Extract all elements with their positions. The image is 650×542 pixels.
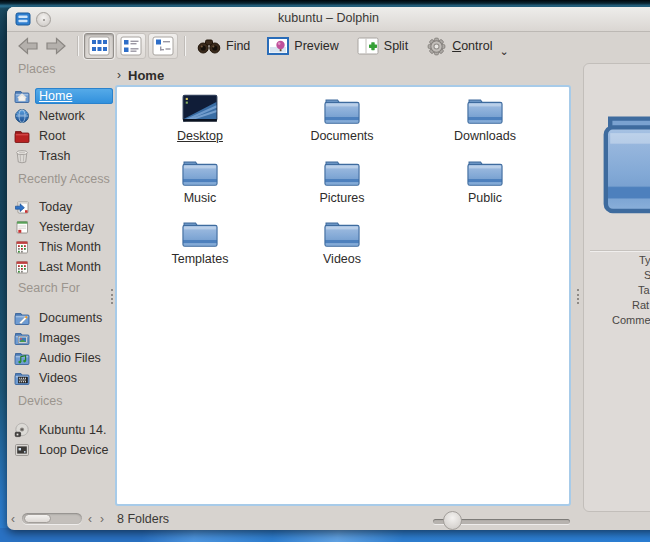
breadcrumb-chevron-icon[interactable]: › <box>117 68 121 82</box>
folder-icon <box>181 155 219 188</box>
sidebar-item-root[interactable]: Root <box>14 126 113 146</box>
details-view-button[interactable] <box>116 33 146 59</box>
sidebar-scrollbar[interactable]: ‹ ‹ › <box>11 512 113 526</box>
folder-preview-icon <box>599 90 650 222</box>
chevron-down-icon: ⌄ <box>499 45 508 58</box>
info-field-label-comment: Comme <box>612 314 650 326</box>
control-button[interactable]: Control ⌄ <box>426 33 509 59</box>
zoom-slider-handle[interactable] <box>443 511 462 530</box>
section-header-places: Places <box>18 62 56 78</box>
folder-item-desktop[interactable]: Desktop <box>140 93 260 143</box>
info-field-label-rating: Rat <box>632 299 649 311</box>
folder-item-documents[interactable]: Documents <box>282 93 402 143</box>
sidebar-item-loop-device[interactable]: Loop Device <box>14 440 113 460</box>
folder-red-icon <box>14 128 30 144</box>
find-label: Find <box>226 39 250 53</box>
sidebar-item-this-month[interactable]: This Month <box>14 237 113 257</box>
sidebar-item-last-month[interactable]: Last Month <box>14 257 113 277</box>
toolbar-separator <box>184 36 185 56</box>
folder-item-pictures[interactable]: Pictures <box>282 155 402 205</box>
folder-images-icon <box>14 330 30 346</box>
drive-icon <box>14 442 30 458</box>
gear-icon <box>426 36 447 57</box>
scroll-left-icon[interactable]: ‹ <box>11 512 15 526</box>
tree-view-icon <box>152 36 174 56</box>
folder-videos-icon <box>14 370 30 386</box>
forward-button[interactable] <box>43 34 68 58</box>
folder-view[interactable]: Desktop Documents Downloads Music Pictur… <box>115 85 571 506</box>
forward-arrow-icon <box>45 36 67 56</box>
sidebar-item-audio-files[interactable]: Audio Files <box>14 348 113 368</box>
info-field-label-tags: Ta <box>638 284 650 296</box>
back-button[interactable] <box>15 34 40 58</box>
desktop-icon <box>181 93 219 126</box>
info-field-label-size: S <box>644 269 650 281</box>
sidebar-item-videos[interactable]: Videos <box>14 368 113 388</box>
folder-item-videos[interactable]: Videos <box>282 216 402 266</box>
trash-icon <box>14 148 30 164</box>
breadcrumb: › Home <box>117 65 164 85</box>
calendar-month-icon <box>14 239 30 255</box>
find-button[interactable]: Find <box>197 33 250 59</box>
toolbar: Find Preview Split Control ⌄ <box>7 31 650 61</box>
panel-separator <box>590 250 650 251</box>
globe-network-icon <box>14 108 30 124</box>
panel-splitter-handle[interactable] <box>577 289 579 304</box>
sidebar-item-network[interactable]: Network <box>14 106 113 126</box>
calendar-month-icon <box>14 259 30 275</box>
folder-home-icon <box>14 88 30 104</box>
sidebar-item-kubuntu[interactable]: Kubuntu 14. <box>14 420 113 440</box>
sidebar-item-documents[interactable]: Documents <box>14 308 113 328</box>
folder-item-templates[interactable]: Templates <box>140 216 260 266</box>
calendar-today-icon <box>14 199 30 215</box>
sidebar-item-yesterday[interactable]: Yesterday <box>14 217 113 237</box>
scroll-left-icon[interactable]: ‹ <box>88 512 92 526</box>
split-label: Split <box>384 39 408 53</box>
preview-button[interactable]: Preview <box>267 33 338 59</box>
preview-label: Preview <box>294 39 338 53</box>
sidebar-item-images[interactable]: Images <box>14 328 113 348</box>
split-view-icon <box>357 37 379 55</box>
disc-icon <box>14 422 30 438</box>
folder-icon <box>181 216 219 249</box>
information-panel: Ty S Ta Rat Comme <box>583 63 650 512</box>
back-arrow-icon <box>17 36 39 56</box>
icons-view-button[interactable] <box>84 33 114 59</box>
scrollbar-groove[interactable] <box>22 513 82 524</box>
screenshot-stage: kubuntu – Dolphin Find Preview <box>0 0 650 542</box>
sidebar-splitter-handle[interactable] <box>111 289 113 304</box>
status-text: 8 Folders <box>117 512 169 526</box>
sidebar-item-trash[interactable]: Trash <box>14 146 113 166</box>
binoculars-icon <box>197 37 221 55</box>
preview-image-icon <box>267 37 289 55</box>
folder-documents-icon <box>14 310 30 326</box>
folder-icon <box>466 93 504 126</box>
sidebar-item-today[interactable]: Today <box>14 197 113 217</box>
dolphin-window: kubuntu – Dolphin Find Preview <box>7 7 650 530</box>
scrollbar-thumb[interactable] <box>24 514 51 523</box>
folder-audio-icon <box>14 350 30 366</box>
sidebar-item-home[interactable]: Home <box>14 86 113 106</box>
section-header-search-for: Search For <box>18 281 80 297</box>
control-label: Control <box>452 39 492 53</box>
folder-item-music[interactable]: Music <box>140 155 260 205</box>
folder-icon <box>323 155 361 188</box>
folder-item-downloads[interactable]: Downloads <box>425 93 545 143</box>
calendar-yesterday-icon <box>14 219 30 235</box>
section-header-devices: Devices <box>18 394 62 410</box>
folder-icon <box>466 155 504 188</box>
icons-view-icon <box>88 36 110 56</box>
breadcrumb-home[interactable]: Home <box>128 68 164 83</box>
window-title: kubuntu – Dolphin <box>7 11 650 25</box>
scroll-right-icon[interactable]: › <box>100 512 104 526</box>
section-header-recently: Recently Access <box>18 172 110 188</box>
folder-icon <box>323 93 361 126</box>
details-view-icon <box>120 36 142 56</box>
folder-icon <box>323 216 361 249</box>
tree-view-button[interactable] <box>148 33 178 59</box>
info-field-label-type: Ty <box>639 254 650 266</box>
titlebar[interactable]: kubuntu – Dolphin <box>7 7 650 32</box>
folder-item-public[interactable]: Public <box>425 155 545 205</box>
split-button[interactable]: Split <box>357 33 408 59</box>
desktop-wallpaper <box>0 528 650 542</box>
